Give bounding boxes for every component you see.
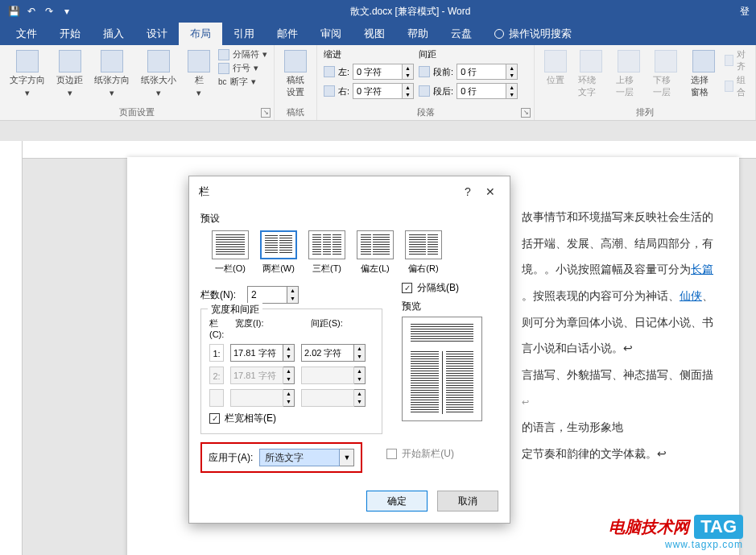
window-title: 散文.docx [兼容模式] - Word bbox=[81, 5, 740, 19]
checkbox-icon bbox=[402, 283, 412, 293]
group-label: 排列 bbox=[541, 105, 749, 118]
indent-right-icon bbox=[324, 85, 335, 97]
spacing-input-2 bbox=[301, 367, 354, 384]
spin-up[interactable]: ▲ bbox=[506, 64, 517, 72]
breaks-button[interactable]: 分隔符 ▾ bbox=[218, 48, 267, 60]
spin-up[interactable]: ▲ bbox=[506, 84, 517, 91]
spin-up[interactable]: ▲ bbox=[283, 345, 294, 353]
qat-dropdown-icon[interactable]: ▾ bbox=[60, 4, 74, 19]
group-paragraph: 缩进 左: ▲▼ 右: ▲▼ 间距 段前: ▲▼ bbox=[317, 45, 535, 120]
spin-up[interactable]: ▲ bbox=[287, 287, 298, 295]
help-button[interactable]: ? bbox=[456, 183, 479, 201]
checkbox-icon bbox=[386, 449, 397, 459]
hyperlink[interactable]: 仙侠 bbox=[680, 289, 702, 302]
redo-icon[interactable]: ↷ bbox=[42, 4, 56, 19]
tell-me-label: 操作说明搜索 bbox=[509, 27, 572, 41]
ok-button[interactable]: 确定 bbox=[366, 491, 428, 512]
group-icon bbox=[725, 81, 733, 92]
indent-right-input[interactable] bbox=[353, 83, 403, 99]
tab-home[interactable]: 开始 bbox=[48, 23, 92, 45]
tab-file[interactable]: 文件 bbox=[5, 23, 48, 45]
undo-icon[interactable]: ↶ bbox=[24, 4, 39, 19]
indent-left-input[interactable] bbox=[353, 64, 403, 80]
spin-down[interactable]: ▼ bbox=[506, 72, 517, 79]
group-button[interactable]: 组合 bbox=[725, 74, 749, 98]
tab-layout[interactable]: 布局 bbox=[179, 23, 222, 45]
wrap-text-button[interactable]: 环绕文字 bbox=[575, 48, 608, 100]
tab-review[interactable]: 审阅 bbox=[309, 23, 353, 45]
spin-up[interactable]: ▲ bbox=[403, 84, 413, 91]
hyperlink[interactable]: 长篇 bbox=[691, 263, 713, 275]
margins-button[interactable]: 页边距▾ bbox=[53, 48, 86, 100]
selection-pane-button[interactable]: 选择窗格 bbox=[688, 48, 721, 100]
hyphenation-button[interactable]: bc断字 ▾ bbox=[218, 76, 267, 88]
tab-cloud[interactable]: 云盘 bbox=[440, 23, 483, 45]
spin-down[interactable]: ▼ bbox=[283, 353, 294, 361]
horizontal-ruler[interactable] bbox=[23, 141, 756, 159]
orientation-button[interactable]: 纸张方向▾ bbox=[91, 48, 133, 100]
spin-down[interactable]: ▼ bbox=[354, 353, 365, 361]
vertical-ruler[interactable] bbox=[0, 141, 23, 555]
preset-three[interactable]: 三栏(T) bbox=[308, 230, 345, 275]
spin-up[interactable]: ▲ bbox=[354, 345, 365, 353]
spacing-header: 间距(S): bbox=[311, 317, 372, 339]
line-numbers-icon bbox=[218, 63, 229, 74]
watermark: 电脑技术网 TAG www.tagxp.com bbox=[609, 515, 743, 550]
send-backward-button[interactable]: 下移一层 bbox=[650, 48, 683, 100]
cancel-button[interactable]: 取消 bbox=[437, 491, 498, 512]
spin-down[interactable]: ▼ bbox=[403, 72, 413, 79]
body-text: 境。。小说按照篇幅及容量可分为 bbox=[522, 263, 691, 275]
align-button[interactable]: 对齐 bbox=[725, 48, 749, 72]
tab-references[interactable]: 引用 bbox=[222, 23, 266, 45]
spacing-header: 间距 bbox=[419, 48, 518, 60]
start-new-column-checkbox: 开始新栏(U) bbox=[386, 447, 454, 461]
position-button[interactable]: 位置 bbox=[541, 48, 570, 88]
size-button[interactable]: 纸张大小▾ bbox=[138, 48, 180, 100]
chevron-down-icon: ▾ bbox=[196, 88, 201, 98]
spacing-input-1[interactable] bbox=[301, 344, 354, 362]
preset-left[interactable]: 偏左(L) bbox=[357, 230, 394, 275]
preset-label: 预设 bbox=[200, 212, 498, 226]
col-header: 栏(C): bbox=[209, 317, 229, 339]
spin-up[interactable]: ▲ bbox=[403, 64, 413, 72]
paragraph-launcher[interactable]: ↘ bbox=[521, 108, 531, 118]
line-numbers-button[interactable]: 行号 ▾ bbox=[218, 62, 267, 74]
width-input-1[interactable] bbox=[230, 344, 283, 362]
num-columns-input[interactable] bbox=[247, 286, 287, 304]
text-direction-button[interactable]: 文字方向▾ bbox=[6, 48, 48, 100]
checkbox-icon bbox=[209, 413, 220, 424]
spin-down[interactable]: ▼ bbox=[506, 91, 517, 98]
group-manuscript: 稿纸 设置 稿纸 bbox=[275, 45, 317, 120]
columns-button[interactable]: 栏▾ bbox=[184, 48, 213, 100]
chevron-down-icon[interactable]: ▼ bbox=[340, 449, 354, 466]
line-between-checkbox[interactable]: 分隔线(B) bbox=[402, 281, 498, 295]
tab-mailings[interactable]: 邮件 bbox=[266, 23, 309, 45]
save-icon[interactable]: 💾 bbox=[6, 4, 21, 19]
page-setup-launcher[interactable]: ↘ bbox=[261, 108, 271, 118]
apply-to-combo[interactable]: 所选文字 bbox=[259, 449, 340, 466]
equal-width-checkbox[interactable]: 栏宽相等(E) bbox=[209, 412, 374, 425]
preset-two[interactable]: 两栏(W) bbox=[260, 230, 297, 275]
tab-design[interactable]: 设计 bbox=[135, 23, 179, 45]
row-number: 1: bbox=[209, 344, 224, 362]
apply-to-label: 应用于(A): bbox=[209, 451, 253, 465]
body-text: 的语言，生动形象地 bbox=[522, 420, 623, 433]
tab-help[interactable]: 帮助 bbox=[396, 23, 440, 45]
close-button[interactable]: ✕ bbox=[479, 183, 502, 201]
tab-insert[interactable]: 插入 bbox=[92, 23, 135, 45]
width-spacing-group: 宽度和间距 栏(C): 宽度(I): 间距(S): 1: ▲▼ ▲▼ 2: ▲▼ bbox=[200, 309, 382, 434]
chevron-down-icon: ▾ bbox=[25, 88, 30, 98]
account-button[interactable]: 登 bbox=[740, 5, 756, 19]
space-after-input[interactable] bbox=[456, 83, 506, 99]
manuscript-button[interactable]: 稿纸 设置 bbox=[281, 48, 310, 100]
tab-view[interactable]: 视图 bbox=[353, 23, 396, 45]
space-before-input[interactable] bbox=[456, 64, 506, 80]
preset-one[interactable]: 一栏(O) bbox=[212, 230, 249, 275]
bring-forward-button[interactable]: 上移一层 bbox=[613, 48, 646, 100]
tell-me-search[interactable]: 操作说明搜索 bbox=[483, 23, 583, 45]
dialog-titlebar: 栏 ? ✕ bbox=[189, 176, 510, 205]
preset-right[interactable]: 偏右(R) bbox=[405, 230, 442, 275]
spin-down[interactable]: ▼ bbox=[287, 295, 298, 303]
group-arrange: 位置 环绕文字 上移一层 下移一层 选择窗格 对齐 组合 排列 bbox=[535, 45, 756, 120]
spin-down[interactable]: ▼ bbox=[403, 91, 413, 98]
